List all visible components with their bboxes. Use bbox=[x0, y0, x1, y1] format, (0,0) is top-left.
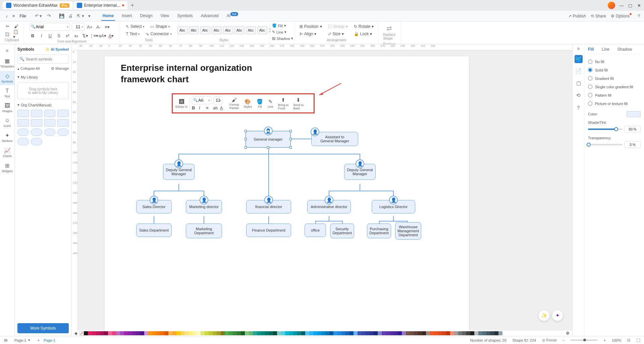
color-swatch[interactable] bbox=[237, 331, 241, 335]
color-swatch[interactable] bbox=[92, 331, 96, 335]
tab-ai[interactable]: AIhot bbox=[225, 11, 239, 21]
color-swatch[interactable] bbox=[257, 331, 261, 335]
case-icon[interactable]: aA▾ bbox=[99, 32, 106, 39]
close-button[interactable]: ✕ bbox=[637, 3, 641, 8]
symbol-item[interactable] bbox=[57, 110, 69, 117]
color-swatch[interactable] bbox=[370, 331, 374, 335]
hamburger-icon[interactable]: ≡ bbox=[11, 13, 16, 19]
my-library-section[interactable]: ▾ My Library bbox=[17, 73, 69, 81]
layout-icon[interactable]: ▢ bbox=[575, 79, 583, 87]
org-node-dgm1[interactable]: Deputy General Manager bbox=[163, 164, 195, 180]
org-node-admin-dir[interactable]: Administrative director bbox=[307, 200, 351, 213]
color-swatch[interactable] bbox=[225, 331, 229, 335]
color-swatch[interactable] bbox=[160, 331, 164, 335]
color-swatch[interactable] bbox=[100, 331, 104, 335]
color-swatch[interactable] bbox=[434, 331, 438, 335]
color-swatch[interactable] bbox=[205, 331, 209, 335]
color-swatch[interactable] bbox=[176, 331, 180, 335]
edraw-ai-button[interactable]: 🅰Edraw AI bbox=[175, 99, 187, 108]
sidebar-charts[interactable]: 📈Charts bbox=[0, 145, 14, 160]
color-swatch[interactable] bbox=[350, 331, 354, 335]
color-swatch[interactable] bbox=[96, 331, 100, 335]
shade-value[interactable]: 80 % bbox=[625, 126, 641, 133]
save-icon[interactable]: 💾 bbox=[58, 13, 66, 19]
help-button[interactable]: ? bbox=[638, 14, 640, 18]
org-node-log-dir[interactable]: Logistics Director bbox=[372, 200, 415, 213]
symbol-item[interactable] bbox=[31, 129, 42, 136]
color-swatch[interactable] bbox=[152, 331, 156, 335]
line-button[interactable]: ✎ Line▾ bbox=[270, 29, 296, 35]
fullscreen-icon[interactable]: ⛶ bbox=[636, 338, 640, 342]
color-swatch[interactable] bbox=[164, 331, 168, 335]
copy-icon[interactable]: ⿻ bbox=[4, 31, 11, 38]
sidebar-symbols[interactable]: ◇Symbols bbox=[0, 71, 14, 85]
maximize-button[interactable]: ▢ bbox=[628, 3, 633, 8]
styles-gallery[interactable]: AbcAbcAbcAbc AbcAbcAbcAbc bbox=[177, 26, 267, 34]
color-swatch[interactable] bbox=[382, 331, 386, 335]
color-swatch[interactable] bbox=[390, 331, 394, 335]
collapse-all-button[interactable]: ▴ Collapse All bbox=[17, 66, 40, 71]
color-swatch[interactable] bbox=[201, 331, 205, 335]
color-swatch[interactable] bbox=[217, 331, 221, 335]
rp-tab-line[interactable]: Line bbox=[602, 47, 609, 52]
zoom-out-button[interactable]: − bbox=[562, 338, 565, 342]
color-swatch[interactable] bbox=[301, 331, 305, 335]
shadow-button[interactable]: ▨ Shadow▾ bbox=[270, 36, 296, 41]
color-swatch[interactable] bbox=[136, 331, 140, 335]
paste-icon[interactable]: 📋▾ bbox=[13, 31, 20, 38]
color-swatch[interactable] bbox=[277, 331, 281, 335]
send-back-button[interactable]: ⬇Send to Back bbox=[292, 96, 305, 111]
color-swatch[interactable] bbox=[466, 331, 470, 335]
text-button[interactable]: T Text▾ bbox=[124, 31, 142, 37]
color-swatch[interactable] bbox=[454, 331, 458, 335]
org-node-office[interactable]: office bbox=[305, 224, 326, 237]
color-swatch[interactable] bbox=[104, 331, 108, 335]
color-swatch[interactable] bbox=[88, 331, 92, 335]
color-swatch[interactable] bbox=[478, 331, 482, 335]
ai-diamond-button[interactable]: ✦ bbox=[552, 310, 563, 321]
manage-button[interactable]: ⚙ Manage bbox=[51, 66, 69, 71]
sidebar-text[interactable]: TText bbox=[0, 86, 14, 100]
color-swatch[interactable] bbox=[402, 331, 406, 335]
symbol-item[interactable] bbox=[44, 119, 56, 127]
org-node-purch-dept[interactable]: Purchasing Department bbox=[367, 224, 391, 238]
org-node-mkt-dept[interactable]: Marketing Department bbox=[186, 224, 222, 238]
color-swatch[interactable] bbox=[498, 331, 502, 335]
format-painter-button[interactable]: 🖌Format Painter bbox=[228, 96, 240, 110]
zoom-value[interactable]: 100% bbox=[612, 338, 621, 342]
ai-sparkle-button[interactable]: ✨ bbox=[539, 310, 549, 321]
color-swatch[interactable] bbox=[386, 331, 390, 335]
strike-icon[interactable]: ab bbox=[213, 105, 219, 110]
color-settings-icon[interactable]: ⚙ bbox=[566, 331, 570, 336]
color-swatch[interactable] bbox=[462, 331, 466, 335]
tab-home[interactable]: Home bbox=[101, 11, 115, 21]
org-node-wh-dept[interactable]: Warehouse Management Department bbox=[395, 222, 421, 240]
export-icon[interactable]: ⇱ ▾ bbox=[75, 13, 86, 19]
color-swatch[interactable] bbox=[414, 331, 418, 335]
color-swatch[interactable] bbox=[249, 331, 253, 335]
canvas[interactable]: Enterprise internal organization framewo… bbox=[105, 56, 469, 336]
color-swatch[interactable] bbox=[486, 331, 490, 335]
redo-button[interactable]: ↷ bbox=[46, 13, 52, 19]
color-swatch[interactable] bbox=[321, 331, 325, 335]
rp-tab-shadow[interactable]: Shadow bbox=[618, 47, 632, 52]
page-tab[interactable]: Page-1 bbox=[44, 338, 55, 342]
org-node-dgm2[interactable]: Deputy General Manager bbox=[344, 164, 376, 180]
decrease-font-icon[interactable]: A- bbox=[95, 23, 102, 30]
focus-toggle[interactable]: ◎ Focus bbox=[542, 338, 556, 342]
color-swatch[interactable] bbox=[494, 331, 498, 335]
org-node-sales-dept[interactable]: Sales Department bbox=[136, 224, 172, 237]
fill-button[interactable]: 🪣Fill bbox=[255, 98, 264, 109]
color-swatch[interactable] bbox=[422, 331, 426, 335]
color-swatch[interactable] bbox=[470, 331, 474, 335]
transparency-value[interactable]: 0 % bbox=[625, 141, 641, 148]
italic-icon[interactable]: I bbox=[38, 32, 45, 39]
org-chart-section[interactable]: ▾ Org Chart(Manual) bbox=[17, 101, 69, 108]
strikethrough-icon[interactable]: S bbox=[56, 32, 62, 39]
sidebar-images[interactable]: 🖼Images bbox=[0, 101, 14, 115]
drag-zone[interactable]: Drag symbols here to add to My Library bbox=[17, 83, 69, 99]
color-swatch[interactable] bbox=[305, 331, 309, 335]
color-swatch[interactable] bbox=[281, 331, 285, 335]
color-swatch[interactable] bbox=[285, 331, 289, 335]
color-swatch[interactable] bbox=[398, 331, 402, 335]
